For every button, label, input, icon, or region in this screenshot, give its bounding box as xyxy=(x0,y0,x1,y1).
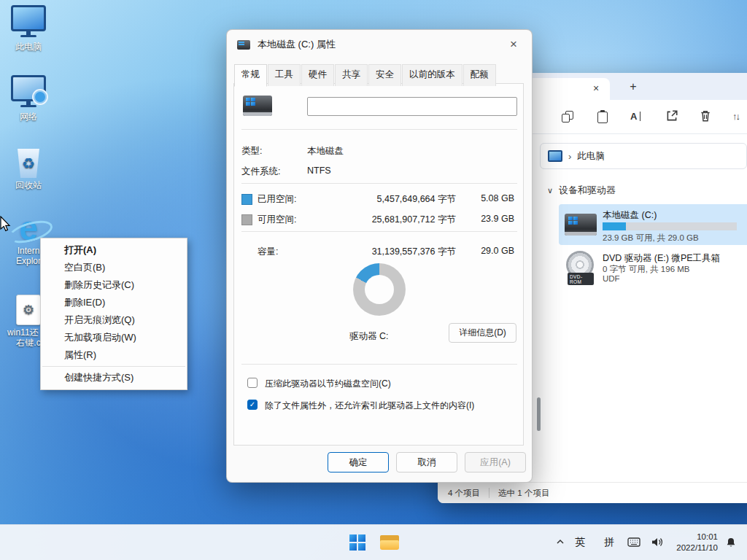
time: 10:01 xyxy=(667,532,718,542)
sort-icon[interactable]: ↑↓ xyxy=(732,109,747,124)
context-menu-item-delete-history[interactable]: 删除历史记录(C) xyxy=(41,276,187,294)
context-menu-item-create-shortcut[interactable]: 创建快捷方式(S) xyxy=(41,369,187,386)
tab-security[interactable]: 安全 xyxy=(368,64,401,86)
this-pc-icon xyxy=(548,150,562,162)
desktop-icon-label: 网络 xyxy=(6,112,51,122)
properties-dialog: 本地磁盘 (C:) 属性 × 常规 工具 硬件 共享 安全 以前的版本 配额 类… xyxy=(226,29,533,483)
tab-tools[interactable]: 工具 xyxy=(268,64,301,86)
network-icon xyxy=(6,76,51,109)
delete-icon[interactable] xyxy=(699,109,713,124)
scrollbar[interactable] xyxy=(537,397,541,431)
date: 2022/11/10 xyxy=(667,542,718,553)
separator xyxy=(241,129,517,130)
menu-separator xyxy=(42,366,185,367)
desktop-icon-this-pc[interactable]: 此电脑 xyxy=(6,6,51,52)
drive-title: 本地磁盘 (C:) xyxy=(603,209,657,222)
clock[interactable]: 10:01 2022/11/10 xyxy=(667,532,718,553)
taskbar-file-explorer-button[interactable] xyxy=(375,528,404,557)
dialog-tabs: 常规 工具 硬件 共享 安全 以前的版本 配额 xyxy=(234,64,497,86)
desktop-icon-label: 回收站 xyxy=(6,180,51,190)
used-space-label: 已用空间: xyxy=(258,193,296,206)
section-devices-and-drives[interactable]: ∨ 设备和驱动器 xyxy=(547,184,616,197)
used-space-swatch xyxy=(241,194,252,205)
tab-previous-versions[interactable]: 以前的版本 xyxy=(402,64,462,86)
tab-sharing[interactable]: 共享 xyxy=(335,64,368,86)
address-bar[interactable]: › 此电脑 xyxy=(540,143,747,169)
speaker-icon[interactable] xyxy=(651,537,663,550)
used-space-bytes: 5,457,649,664 字节 xyxy=(377,193,456,206)
tab-close-icon[interactable]: × xyxy=(589,82,603,95)
dvd-icon: DVD-ROM xyxy=(566,251,594,279)
context-menu-item-blank-page[interactable]: 空白页(B) xyxy=(41,259,187,276)
breadcrumb[interactable]: 此电脑 xyxy=(577,150,605,163)
section-label: 设备和驱动器 xyxy=(559,184,616,197)
drive-filesystem: UDF xyxy=(603,274,620,283)
notification-bell-icon[interactable] xyxy=(725,537,737,551)
drive-icon xyxy=(565,214,597,236)
desktop-icon-label: 此电脑 xyxy=(6,42,51,52)
drive-detail: 23.9 GB 可用, 共 29.0 GB xyxy=(603,233,699,244)
context-menu-item-properties[interactable]: 属性(R) xyxy=(41,346,187,364)
separator xyxy=(241,364,517,365)
context-menu: 打开(A) 空白页(B) 删除历史记录(C) 删除IE(D) 开启无痕浏览(Q)… xyxy=(40,238,187,390)
paste-icon[interactable] xyxy=(595,109,610,124)
gear-icon: ⚙ xyxy=(23,305,34,315)
type-value: 本地磁盘 xyxy=(307,145,344,158)
status-bar: 4 个项目 选中 1 个项目 xyxy=(438,482,747,503)
context-menu-item-no-addons[interactable]: 无加载项启动(W) xyxy=(41,329,187,346)
selection-count: 选中 1 个项目 xyxy=(498,488,549,499)
start-button[interactable] xyxy=(343,528,372,557)
free-space-swatch xyxy=(241,214,252,225)
separator xyxy=(241,183,517,184)
cancel-button[interactable]: 取消 xyxy=(396,452,457,472)
tab-general[interactable]: 常规 xyxy=(234,64,267,87)
general-tab-panel: 类型: 本地磁盘 文件系统: NTFS 已用空间: 5,457,649,664 … xyxy=(233,83,524,446)
context-menu-item-inprivate[interactable]: 开启无痕浏览(Q) xyxy=(41,311,187,329)
drive-detail: 0 字节 可用, 共 196 MB xyxy=(603,264,690,275)
rename-icon[interactable]: A xyxy=(629,109,645,124)
drive-icon xyxy=(243,96,272,116)
ok-button[interactable]: 确定 xyxy=(328,452,389,472)
ime-mode-indicator[interactable]: 拼 xyxy=(604,536,614,549)
drive-icon xyxy=(237,40,250,50)
tray-chevron-up-icon[interactable] xyxy=(556,537,565,548)
drive-c-label: 驱动器 C: xyxy=(349,330,388,343)
checkbox-index[interactable]: ✓ xyxy=(247,400,258,410)
dvd-rom-badge: DVD-ROM xyxy=(568,273,594,285)
dialog-title: 本地磁盘 (C:) 属性 xyxy=(258,38,336,51)
this-pc-icon xyxy=(6,6,51,39)
drive-item-e[interactable]: DVD-ROM DVD 驱动器 (E:) 微PE工具箱 0 字节 可用, 共 1… xyxy=(559,249,747,289)
details-button[interactable]: 详细信息(D) xyxy=(449,323,516,343)
context-menu-item-open[interactable]: 打开(A) xyxy=(41,241,187,259)
folder-icon xyxy=(380,535,399,550)
desktop-icon-recycle-bin[interactable]: ♻ 回收站 xyxy=(6,144,51,190)
volume-label-input[interactable] xyxy=(307,97,517,116)
drive-item-c[interactable]: 本地磁盘 (C:) 23.9 GB 可用, 共 29.0 GB xyxy=(559,204,747,245)
capacity-bytes: 31,139,557,376 字节 xyxy=(372,246,456,258)
desktop-icon-network[interactable]: 网络 xyxy=(6,76,51,122)
recycle-glyph: ♻ xyxy=(22,158,35,168)
share-icon[interactable] xyxy=(665,109,680,124)
context-menu-item-delete-ie[interactable]: 删除IE(D) xyxy=(41,294,187,311)
windows-flag-icon xyxy=(246,98,257,106)
separator xyxy=(241,231,517,232)
type-label: 类型: xyxy=(241,145,262,158)
apply-button[interactable]: 应用(A) xyxy=(465,452,526,472)
touch-keyboard-icon[interactable] xyxy=(627,537,640,550)
recycle-bin-icon: ♻ xyxy=(6,144,51,178)
taskbar: 英 拼 10:01 2022/11/10 xyxy=(0,524,747,560)
capacity-label: 容量: xyxy=(258,246,278,258)
copy-icon[interactable] xyxy=(560,109,575,124)
chevron-right-icon: › xyxy=(568,151,571,162)
tab-hardware[interactable]: 硬件 xyxy=(301,64,334,86)
tab-quota[interactable]: 配额 xyxy=(463,64,496,86)
ime-language-indicator[interactable]: 英 xyxy=(575,536,585,549)
checkbox-compress[interactable] xyxy=(247,378,258,388)
dialog-title-bar[interactable]: 本地磁盘 (C:) 属性 × xyxy=(227,30,532,59)
capacity-bar xyxy=(603,222,737,230)
close-icon[interactable]: × xyxy=(506,37,522,52)
usage-donut-chart xyxy=(353,263,406,316)
chevron-down-icon[interactable]: ∨ xyxy=(547,186,553,195)
new-tab-button[interactable]: + xyxy=(626,79,640,94)
system-tray: 英 拼 10:01 2022/11/10 xyxy=(550,525,747,560)
